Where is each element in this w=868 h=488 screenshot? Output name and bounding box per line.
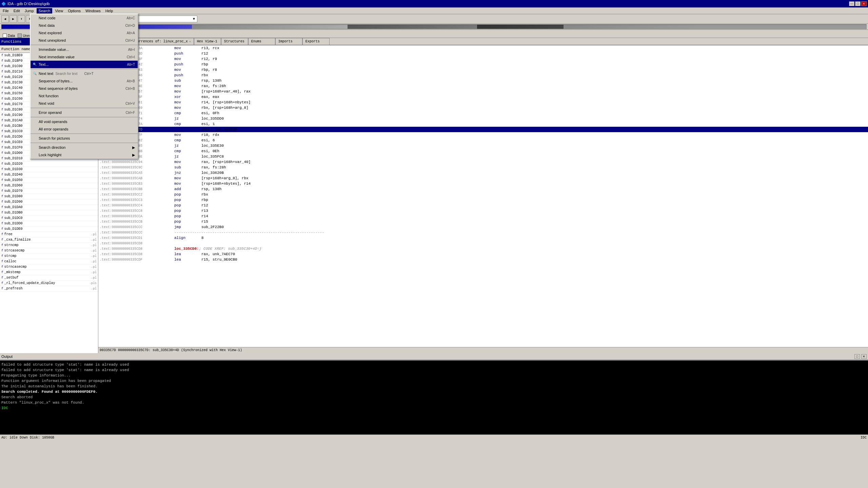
sidebar-item-sub_D1D60[interactable]: fsub_D1D60 [0,183,98,188]
close-button[interactable]: ✕ [861,1,867,6]
window-tab-2[interactable]: Hex View-1 [194,38,221,45]
menu-help[interactable]: Help [103,8,115,14]
sidebar-item-calloc[interactable]: fcalloc.pl [0,259,98,264]
code-line-19[interactable]: .text:000000000335C8B cmpesi, 0Eh [98,148,868,154]
menu-view[interactable]: View [53,8,65,14]
code-line-26[interactable]: .text:000000000335CBB addrsp, 138h [98,186,868,192]
sidebar-item-sub_D1D80[interactable]: fsub_D1D80 [0,194,98,199]
code-line-0[interactable]: .text:000000000335C3A movr13, rcx [98,45,868,51]
sidebar-item-strcasecmp[interactable]: fstrcasecmp.pl [0,248,98,253]
code-line-23[interactable]: .text:000000000335CA5 jnzloc_33620B [98,170,868,176]
code-line-34[interactable]: .text:000000000335CCC ------------------… [98,230,868,235]
sidebar-item-sub_D1D90[interactable]: fsub_D1D90 [0,199,98,205]
code-line-5[interactable]: .text:000000000335C46 pushrbx [98,73,868,78]
output-panel[interactable]: failed to add structure type 'stat': nam… [0,360,868,434]
code-line-2[interactable]: .text:000000000335C3F movr12, r9 [98,56,868,62]
toolbar-up[interactable]: ⬆ [18,15,25,23]
code-line-37[interactable]: .text:000000000335CD8 loc_335CD8: ; CODE… [98,246,868,251]
ctx-text[interactable]: 🔍 Text... Alt+T [31,61,138,68]
code-line-27[interactable]: .text:000000000335CC2 poprbx [98,192,868,197]
ctx-all-error-operands[interactable]: All error operands [31,125,138,133]
window-tab-6[interactable]: Exports [302,38,330,45]
sidebar-item-sub_D1D30[interactable]: fsub_D1D30 [0,167,98,172]
code-line-7[interactable]: .text:000000000335C4E movrax, fs:28h [98,83,868,89]
ctx-next-data[interactable]: Next data Ctrl+D [31,22,138,29]
ctx-search-pictures[interactable]: Search for pictures [31,135,138,142]
output-controls[interactable]: □ ✕ [854,354,867,359]
sidebar-item-sub_D1D50[interactable]: fsub_D1D50 [0,178,98,183]
window-tab-3[interactable]: Structures [221,38,248,45]
ctx-next-explored[interactable]: Next explored Alt+A [31,29,138,37]
ctx-error-operand[interactable]: Error operand Ctrl+F [31,109,138,116]
code-line-1[interactable]: .text:000000000335C3D pushr12 [98,51,868,56]
sidebar-item-sub_D1D70[interactable]: fsub_D1D70 [0,188,98,194]
code-line-18[interactable]: .text:000000000335C85 jzloc_335E30 [98,143,868,148]
code-line-12[interactable]: .text:000000000335C71 cmpesi, 0Fh [98,110,868,116]
code-line-10[interactable]: .text:000000000335C61 movr14, [rsp+168h+… [98,100,868,105]
title-bar-controls[interactable]: — □ ✕ [849,1,867,6]
output-close[interactable]: ✕ [861,354,867,359]
sidebar-item-_mkstemp[interactable]: f_mkstemp.pl [0,270,98,275]
ctx-next-code[interactable]: Next code Alt+C [31,14,138,22]
code-line-14[interactable]: .text:000000000335C7A cmpesi, 1 [98,121,868,127]
sidebar-item-sub_D1DC0[interactable]: fsub_D1DC0 [0,216,98,221]
code-line-4[interactable]: .text:000000000335C43 movrbp, r8 [98,67,868,73]
code-line-36[interactable]: .text:000000000335CD8 [98,241,868,246]
ctx-next-text[interactable]: 🔍 Next text Search for text Ctrl+T [31,70,138,77]
code-line-17[interactable]: .text:000000000335C82 cmpesi, 6 [98,138,868,143]
menu-options[interactable]: Options [66,8,83,14]
ctx-not-function[interactable]: Not function [31,92,138,100]
code-line-33[interactable]: .text:000000000335CCC jmpsub_2F22B0 [98,224,868,230]
sidebar-item-strcmp[interactable]: fstrcmp.pl [0,253,98,259]
ctx-next-sequence-bytes[interactable]: Next sequence of bytes Ctrl+B [31,85,138,92]
ctx-lock-highlight[interactable]: Lock highlight ▶ [31,151,138,159]
code-line-24[interactable]: .text:000000000335CAB mov[rsp+168h+arg_8… [98,176,868,181]
code-line-32[interactable]: .text:000000000335CCB popr15 [98,219,868,224]
dropdown-selector[interactable]: ▼ [136,16,197,22]
ctx-next-void[interactable]: Next void Ctrl+V [31,100,138,107]
code-line-9[interactable]: .text:000000000335C5F xoreax, eax [98,94,868,100]
code-line-16[interactable]: .text:000000000335C7F movr10, rdx [98,132,868,138]
code-line-29[interactable]: .text:000000000335CC4 popr12 [98,203,868,208]
menu-edit[interactable]: Edit [12,8,22,14]
sidebar-item-sub_D1D20[interactable]: fsub_D1D20 [0,161,98,167]
code-line-15[interactable]: .text:000000000335C7D jzshort loc_335CD8 [98,127,868,132]
code-line-35[interactable]: .text:000000000335CD1 align8 [98,235,868,241]
ctx-sequence-bytes[interactable]: Sequence of bytes... Alt+B [31,77,138,85]
code-line-6[interactable]: .text:000000000335C47 subrsp, 138h [98,78,868,83]
ctx-next-immediate[interactable]: Next immediate value Ctrl+I [31,53,138,61]
code-line-39[interactable]: .text:000000000335CDF lear15, stru_9E0CB… [98,257,868,262]
sidebar-item-_rl_forced_update_display[interactable]: f_rl_forced_update_display.pl1 [0,281,98,286]
toolbar-forward[interactable]: ▶ [9,15,17,23]
context-menu[interactable]: Next code Alt+C Next data Ctrl+D Next ex… [30,14,138,159]
ctx-all-void-operands[interactable]: All void operands [31,118,138,125]
code-line-30[interactable]: .text:000000000335CC8 popr13 [98,208,868,214]
code-line-11[interactable]: .text:000000000335C69 movrbx, [rsp+168h+… [98,105,868,110]
ctx-search-direction[interactable]: Search direction ▶ [31,144,138,151]
code-line-8[interactable]: .text:000000000335C57 mov[rsp+168h+var_4… [98,89,868,94]
menu-windows[interactable]: Windows [83,8,103,14]
toolbar-back[interactable]: ◀ [1,15,9,23]
code-view[interactable]: .text:000000000335C3A movr13, rcx.text:0… [98,45,868,347]
code-line-21[interactable]: .text:000000000335C94 movrax, [rsp+168h+… [98,159,868,165]
sidebar-item-_setbuf[interactable]: f_setbuf.pl [0,275,98,281]
menu-search[interactable]: Search [37,8,53,14]
code-line-20[interactable]: .text:000000000335C8E jzloc_335FC8 [98,154,868,159]
menu-jump[interactable]: Jump [23,8,36,14]
tab-close-icon[interactable]: ✕ [189,40,191,43]
window-tab-5[interactable]: Imports [275,38,302,45]
sidebar-item-_prefresh[interactable]: f_prefresh.pl [0,286,98,291]
window-tab-4[interactable]: Enums [248,38,275,45]
sidebar-item-strncmp[interactable]: fstrncmp.pl [0,243,98,248]
sidebar-item-free[interactable]: ffree.pl [0,232,98,237]
sidebar-item-_cxa_finalize[interactable]: f_cxa_finalize.pl [0,237,98,243]
sidebar-item-sub_D1D40[interactable]: fsub_D1D40 [0,172,98,178]
sidebar-item-sub_D1DA0[interactable]: fsub_D1DA0 [0,205,98,210]
ctx-immediate-value[interactable]: Immediate value... Alt+I [31,46,138,53]
code-line-22[interactable]: .text:000000000335C9C subrax, fs:28h [98,165,868,170]
ctx-next-unexplored[interactable]: Next unexplored Ctrl+U [31,37,138,44]
sidebar-item-sub_D1DD0[interactable]: fsub_D1DD0 [0,221,98,226]
code-line-13[interactable]: .text:000000000335C74 jzloc_335DD0 [98,116,868,121]
sidebar-item-sub_D1DE0[interactable]: fsub_D1DE0 [0,226,98,232]
minimize-button[interactable]: — [849,1,854,6]
